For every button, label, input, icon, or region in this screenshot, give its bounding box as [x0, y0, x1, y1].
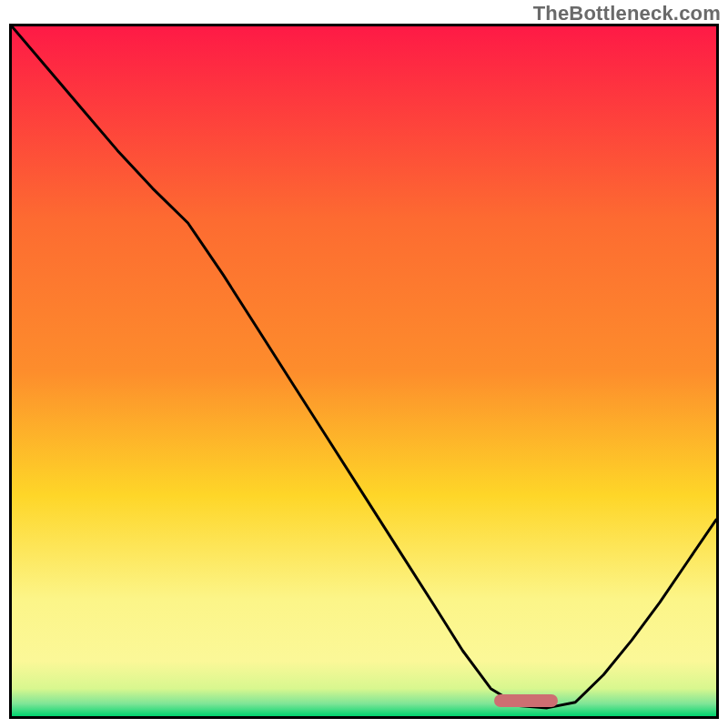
curve-layer	[12, 26, 716, 716]
watermark-text: TheBottleneck.com	[533, 2, 721, 25]
bottleneck-curve	[12, 26, 716, 708]
plot-area	[9, 24, 719, 719]
optimal-range-marker	[494, 694, 558, 707]
chart-container: TheBottleneck.com	[0, 0, 728, 728]
